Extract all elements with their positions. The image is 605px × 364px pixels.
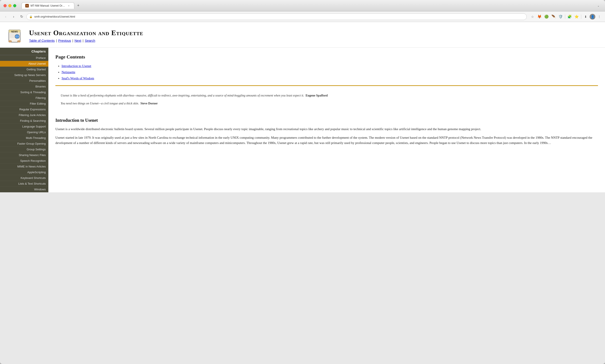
browser-window: N MT-NW Manual: Usenet Orga… × + ⌄ ‹ › ↻… [0,0,605,364]
security-icon: 🔒 [29,15,33,18]
sidebar-item-language-support[interactable]: Language Support [0,124,48,130]
sidebar-item-setting-up-news-servers[interactable]: Setting up News Servers [0,72,48,78]
spaf-link[interactable]: Spaf's Words of Wisdom [62,77,94,80]
back-button[interactable]: ‹ [3,14,9,20]
sidebar-item-getting-started[interactable]: Getting Started [0,67,48,72]
sidebar-item-speech-recognition[interactable]: Speech Recognition [0,158,48,164]
list-item-netiquette: Netiquette [62,69,598,75]
nav-actions: ☆ 🦊 🟢 🪶 🛡️ 🧩 ⭐ ⬇ 👤 ⋮ [529,14,602,20]
tab-close-button[interactable]: × [67,4,71,7]
page-contents-heading: Page Contents [55,53,598,61]
sidebar-item-finding--searching[interactable]: Finding & Searching [0,118,48,124]
sidebar-item-lists--text-shortcuts[interactable]: Lists & Text Shortcuts [0,181,48,187]
header-nav-links: Table of Contents | Previous | Next | Se… [29,39,598,42]
intro-heading: Introduction to Usenet [55,117,598,124]
nav-divider-2 [581,14,581,19]
sidebar-item-filtering[interactable]: Filtering [0,95,48,101]
nav-sep-3: | [83,39,84,42]
sidebar-item-sharing-newsrc-files[interactable]: Sharing Newsrc Files [0,152,48,158]
sidebar-item-mime-in-news-articles[interactable]: MIME in News Articles [0,164,48,169]
previous-link[interactable]: Previous [58,39,71,42]
nav-sep-2: | [72,39,73,42]
svg-text:N: N [26,5,27,7]
page-wrapper: NEWS Usenet Organization and Etiquette [0,22,605,192]
url-text: smfr.org/mtnw/docs/Usenet.html [34,15,524,18]
search-link[interactable]: Search [85,39,95,42]
extension-g-button[interactable]: 🟢 [543,14,550,20]
page-title: Usenet Organization and Etiquette [29,29,598,37]
quote2-text: You need two things on Usenet—a civil to… [61,101,593,106]
forward-button[interactable]: › [11,14,17,20]
site-logo: NEWS [7,27,24,44]
bookmark-star-button[interactable]: ☆ [529,14,536,20]
list-item-intro: Introduction to Usenet [62,63,598,69]
active-tab[interactable]: N MT-NW Manual: Usenet Orga… × [22,2,74,9]
sidebar-item-preface[interactable]: Preface [0,55,48,61]
sidebar-item-multi-threading[interactable]: Multi-Threading [0,135,48,141]
list-item-spaf: Spaf's Words of Wisdom [62,76,598,81]
contents-list: Introduction to Usenet Netiquette Spaf's… [55,63,598,81]
svg-text:NEWS: NEWS [11,31,18,33]
nav-divider [565,14,565,19]
netiquette-link[interactable]: Netiquette [62,70,75,74]
title-bar: N MT-NW Manual: Usenet Orga… × + ⌄ [0,0,605,12]
bookmarks-button[interactable]: ⭐ [574,14,580,20]
close-window-button[interactable] [3,4,7,7]
sidebar-item-opening-urls[interactable]: Opening URLs [0,130,48,135]
quote1-author: Eugene Spafford [306,94,328,97]
blockquote-area: Usenet is like a herd of performing elep… [55,90,598,112]
download-button[interactable]: ⬇ [583,14,589,20]
sidebar: Chapters PrefaceAbout UsenetGetting Star… [0,48,48,192]
sidebar-item-about-usenet[interactable]: About Usenet [0,61,48,67]
main-layout: Chapters PrefaceAbout UsenetGetting Star… [0,48,605,192]
extensions-button[interactable]: 🧩 [566,14,573,20]
quote2-author: Steve Dorner [141,102,158,105]
toc-link[interactable]: Table of Contents [29,39,55,42]
quote1-body: Usenet is like a herd of performing elep… [61,94,304,97]
sidebar-item-group-settings[interactable]: Group Settings [0,147,48,152]
next-link[interactable]: Next [75,39,81,42]
sidebar-item-windows[interactable]: Windows [0,187,48,192]
refresh-button[interactable]: ↻ [18,14,25,20]
quote2-body: You need two things on Usenet—a civil to… [61,102,139,105]
extension-fox-button[interactable]: 🦊 [536,14,543,20]
gold-divider [55,85,598,86]
tab-title: MT-NW Manual: Usenet Orga… [31,4,65,7]
traffic-lights [3,4,16,7]
sidebar-item-personalities[interactable]: Personalities [0,78,48,84]
sidebar-item-applescripting[interactable]: AppleScripting [0,169,48,175]
minimize-window-button[interactable] [8,4,12,7]
sidebar-item-faster-group-opening[interactable]: Faster Group Opening [0,141,48,147]
intro-para1: Usenet is a worldwide distributed electr… [55,126,598,132]
address-bar[interactable]: 🔒 smfr.org/mtnw/docs/Usenet.html [26,13,527,20]
sidebar-item-binaries[interactable]: Binaries [0,84,48,90]
nav-bar: ‹ › ↻ 🔒 smfr.org/mtnw/docs/Usenet.html ☆… [0,12,605,22]
extension-shield-button[interactable]: 🛡️ [557,14,564,20]
tab-expand-button[interactable]: ⌄ [595,3,602,9]
extension-feather-button[interactable]: 🪶 [551,14,557,20]
sidebar-item-sorting--threading[interactable]: Sorting & Threading [0,90,48,95]
sidebar-item-filter-editing[interactable]: Filter Editing [0,101,48,107]
sidebar-item-regular-expressions[interactable]: Regular Expressions [0,107,48,112]
header-content: Usenet Organization and Etiquette Table … [29,29,598,42]
menu-button[interactable]: ⋮ [596,14,602,20]
svg-point-10 [17,40,21,42]
sidebar-items-container: PrefaceAbout UsenetGetting StartedSettin… [0,55,48,192]
new-tab-button[interactable]: + [75,3,81,9]
sidebar-item-keyboard-shortcuts[interactable]: Keyboard Shortcuts [0,175,48,181]
maximize-window-button[interactable] [13,4,16,7]
profile-button[interactable]: 👤 [590,14,595,20]
intro-link[interactable]: Introduction to Usenet [62,64,91,68]
content-area: Page Contents Introduction to Usenet Net… [48,48,605,192]
nav-sep-1: | [56,39,57,42]
tab-bar: N MT-NW Manual: Usenet Orga… × + ⌄ [22,2,602,9]
page-header: NEWS Usenet Organization and Etiquette [0,22,605,48]
sidebar-item-filtering-junk-articles[interactable]: Filtering Junk Articles [0,112,48,118]
svg-point-9 [8,40,12,42]
intro-para2: Usenet started in late 1979. It was orig… [55,135,598,146]
quote1-text: Usenet is like a herd of performing elep… [61,93,593,98]
tab-favicon: N [25,4,29,7]
sidebar-header: Chapters [0,48,48,55]
